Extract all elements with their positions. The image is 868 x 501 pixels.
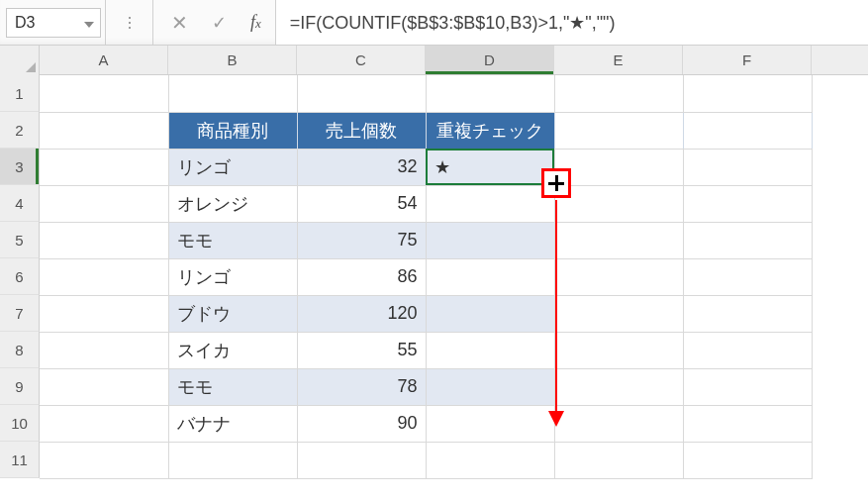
cell[interactable] — [554, 222, 683, 258]
cell[interactable]: モモ — [168, 368, 297, 405]
cell[interactable] — [40, 149, 168, 185]
cell[interactable] — [554, 368, 683, 405]
cell[interactable] — [40, 405, 168, 442]
row-header[interactable]: 5 — [0, 222, 40, 258]
cell[interactable] — [683, 295, 812, 332]
name-box-container: D3 — [0, 0, 106, 45]
fx-icon[interactable]: fx — [250, 12, 261, 33]
cell[interactable] — [426, 442, 554, 478]
cell[interactable] — [297, 75, 426, 112]
cell[interactable] — [40, 258, 168, 295]
column-headers: A B C D E F — [0, 46, 868, 75]
name-box[interactable]: D3 — [6, 8, 101, 38]
cell[interactable] — [554, 332, 683, 368]
column-header[interactable]: F — [683, 46, 812, 74]
cell[interactable]: 90 — [297, 405, 426, 442]
cell[interactable] — [683, 368, 812, 405]
row-header[interactable]: 4 — [0, 185, 40, 222]
cell[interactable]: 54 — [297, 185, 426, 222]
row-header[interactable]: 1 — [0, 75, 40, 112]
cell[interactable] — [40, 442, 168, 478]
cell[interactable] — [426, 295, 554, 332]
formula-input[interactable]: =IF(COUNTIF($B$3:$B$10,B3)>1,"★","") — [276, 0, 868, 45]
cell[interactable] — [683, 185, 812, 222]
autofill-arrow-head — [548, 411, 564, 427]
cell[interactable] — [554, 112, 683, 149]
name-box-value: D3 — [15, 14, 35, 32]
autofill-arrow — [555, 200, 557, 413]
row-header[interactable]: 8 — [0, 332, 40, 368]
cell[interactable]: リンゴ — [168, 258, 297, 295]
cancel-icon[interactable]: ✕ — [171, 11, 188, 35]
cell[interactable] — [426, 258, 554, 295]
cell[interactable] — [426, 332, 554, 368]
cell[interactable] — [683, 258, 812, 295]
cell[interactable] — [297, 442, 426, 478]
enter-icon[interactable]: ✓ — [212, 12, 227, 34]
cell[interactable] — [683, 442, 812, 478]
cell[interactable] — [426, 368, 554, 405]
cell[interactable] — [426, 185, 554, 222]
row-header[interactable]: 2 — [0, 112, 40, 149]
row-header[interactable]: 10 — [0, 405, 40, 442]
cell[interactable] — [683, 112, 812, 149]
cell[interactable]: ブドウ — [168, 295, 297, 332]
cell[interactable]: 55 — [297, 332, 426, 368]
cell[interactable] — [554, 295, 683, 332]
row-header[interactable]: 6 — [0, 258, 40, 295]
cell[interactable]: 32 — [297, 149, 426, 185]
cell[interactable]: スイカ — [168, 332, 297, 368]
cell[interactable]: バナナ — [168, 405, 297, 442]
cell[interactable] — [40, 295, 168, 332]
cell[interactable] — [40, 368, 168, 405]
cell[interactable] — [40, 75, 168, 112]
cell[interactable] — [426, 75, 554, 112]
cell[interactable] — [554, 185, 683, 222]
row-header[interactable]: 7 — [0, 295, 40, 332]
divider — [106, 0, 153, 45]
cell[interactable]: 78 — [297, 368, 426, 405]
cell[interactable] — [40, 185, 168, 222]
cell[interactable] — [40, 332, 168, 368]
cell[interactable]: 75 — [297, 222, 426, 258]
cell[interactable] — [554, 405, 683, 442]
cell[interactable]: ★ — [426, 149, 554, 185]
cell[interactable]: オレンジ — [168, 185, 297, 222]
cell[interactable] — [683, 149, 812, 185]
cell[interactable] — [168, 75, 297, 112]
cell[interactable] — [40, 222, 168, 258]
table-header-cell[interactable]: 重複チェック — [426, 112, 554, 149]
row-header[interactable]: 9 — [0, 368, 40, 405]
cell[interactable] — [683, 405, 812, 442]
table-header-cell[interactable]: 売上個数 — [297, 112, 426, 149]
select-all-corner[interactable] — [0, 46, 40, 75]
cell[interactable]: モモ — [168, 222, 297, 258]
chevron-down-icon — [84, 14, 94, 32]
cell[interactable] — [683, 75, 812, 112]
column-header[interactable]: A — [40, 46, 168, 74]
row-header[interactable]: 11 — [0, 442, 40, 478]
column-header[interactable]: E — [554, 46, 683, 74]
row-headers: 1 2 3 4 5 6 7 8 9 10 11 — [0, 75, 40, 479]
cell[interactable] — [683, 222, 812, 258]
cell[interactable]: 86 — [297, 258, 426, 295]
column-header[interactable]: B — [168, 46, 297, 74]
cell[interactable]: 120 — [297, 295, 426, 332]
cell[interactable] — [426, 222, 554, 258]
row-header[interactable]: 3 — [0, 149, 40, 185]
column-header[interactable]: C — [297, 46, 426, 74]
cell[interactable] — [168, 442, 297, 478]
cell[interactable] — [683, 332, 812, 368]
formula-bar-buttons: ✕ ✓ fx — [153, 0, 276, 45]
cell[interactable] — [554, 75, 683, 112]
column-header[interactable]: D — [426, 46, 554, 74]
cell[interactable]: リンゴ — [168, 149, 297, 185]
spreadsheet-grid: A B C D E F 1 2 3 4 5 6 7 8 9 10 11 — [0, 46, 868, 501]
cell[interactable] — [40, 112, 168, 149]
table-header-cell[interactable]: 商品種別 — [168, 112, 297, 149]
cell[interactable] — [554, 149, 683, 185]
cell[interactable] — [554, 258, 683, 295]
cell[interactable] — [426, 405, 554, 442]
cell[interactable] — [554, 442, 683, 478]
sheet-table: 商品種別 売上個数 重複チェック リンゴ 32 ★ — [40, 75, 813, 479]
